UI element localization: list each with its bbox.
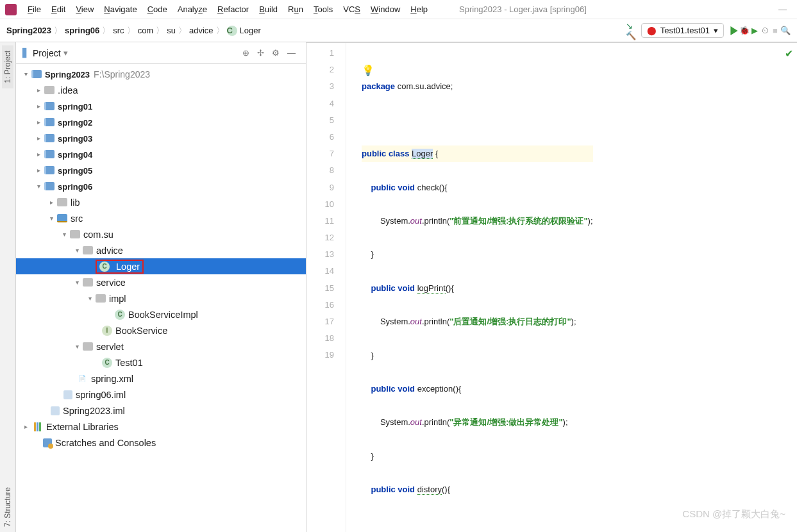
- xml-file-icon: 📄: [76, 373, 88, 385]
- folder-icon: [44, 86, 55, 94]
- tree-node[interactable]: ▸spring02: [16, 114, 306, 130]
- tree-node[interactable]: spring06.iml: [16, 387, 306, 403]
- tree-node-scratches[interactable]: Scratches and Consoles: [16, 435, 306, 451]
- window-minimize-button[interactable]: —: [773, 3, 792, 16]
- tree-node-root[interactable]: ▾Spring2023F:\Spring2023: [16, 66, 306, 82]
- run-config-label: Test01.test01: [660, 26, 710, 35]
- folder-icon: [57, 198, 67, 206]
- breadcrumb-item[interactable]: Spring2023: [6, 26, 51, 35]
- sidebar-tab-structure[interactable]: 7: Structure: [2, 482, 13, 532]
- profile-button[interactable]: ⏲: [760, 26, 770, 36]
- project-panel-title[interactable]: Project: [33, 48, 61, 58]
- intention-bulb-icon[interactable]: 💡: [362, 62, 374, 79]
- menu-tools[interactable]: Tools: [309, 3, 337, 16]
- module-icon: [44, 102, 55, 110]
- package-icon: [70, 230, 80, 238]
- package-icon: [96, 294, 106, 303]
- module-icon: [44, 150, 55, 158]
- source-code[interactable]: 💡 package com.su.advice; public class Lo…: [357, 43, 593, 532]
- menu-vcs[interactable]: VCS: [339, 3, 365, 16]
- tree-node[interactable]: ▸lib: [16, 194, 306, 210]
- debug-button[interactable]: 🐞: [739, 26, 750, 36]
- class-icon: C: [99, 262, 110, 272]
- menu-help[interactable]: Help: [406, 3, 432, 16]
- iml-file-icon: [63, 390, 72, 399]
- tree-node[interactable]: 📄spring.xml: [16, 370, 306, 387]
- build-button[interactable]: ↘🔨: [626, 26, 636, 36]
- tree-node[interactable]: ▾spring06: [16, 178, 306, 194]
- breadcrumb-item[interactable]: src: [113, 26, 124, 35]
- module-icon: [44, 134, 55, 142]
- tree-node[interactable]: ▸spring05: [16, 162, 306, 178]
- tree-node[interactable]: CTest01: [16, 354, 306, 370]
- tree-node[interactable]: ▸.idea: [16, 82, 306, 98]
- editor-area: CLoger.java× IBookService.java× Cspring0…: [306, 42, 797, 532]
- left-tool-stripe: 1: Project 7: Structure: [0, 42, 16, 532]
- module-icon: [31, 70, 42, 78]
- library-icon: [31, 421, 43, 433]
- tree-node[interactable]: ▸spring03: [16, 130, 306, 146]
- sidebar-tab-project[interactable]: 1: Project: [2, 46, 13, 88]
- tree-node[interactable]: ▾com.su: [16, 226, 306, 242]
- run-configuration-select[interactable]: ⬤ Test01.test01 ▾: [641, 23, 724, 38]
- project-tool-window: ▋ Project ▾ ⊕ ✢ ⚙ — ▾Spring2023F:\Spring…: [16, 42, 306, 532]
- breadcrumb-item[interactable]: spring06: [65, 26, 99, 35]
- run-button[interactable]: [729, 26, 739, 36]
- tree-node-selected[interactable]: CLoger: [16, 258, 306, 274]
- package-icon: [83, 342, 93, 351]
- menu-window[interactable]: Window: [366, 3, 405, 16]
- line-gutter[interactable]: 12345678910111213141516171819: [306, 43, 346, 532]
- fold-strip[interactable]: [346, 43, 357, 532]
- stop-button[interactable]: ■: [770, 26, 780, 36]
- menu-analyze[interactable]: Analyze: [173, 3, 212, 16]
- module-icon: [44, 166, 55, 174]
- tree-node-external-libs[interactable]: ▸External Libraries: [16, 419, 306, 435]
- breadcrumb-item[interactable]: advice: [189, 26, 214, 35]
- chevron-down-icon: ▾: [714, 26, 718, 35]
- tree-node[interactable]: ▾service: [16, 274, 306, 290]
- coverage-button[interactable]: ▶: [750, 26, 760, 36]
- code-editor[interactable]: ✔ 12345678910111213141516171819 💡 packag…: [306, 43, 797, 532]
- locate-button[interactable]: ⊕: [239, 48, 253, 58]
- menu-build[interactable]: Build: [255, 3, 282, 16]
- window-title: Spring2023 - Loger.java [spring06]: [459, 4, 587, 14]
- interface-icon: I: [102, 326, 112, 336]
- menu-run[interactable]: Run: [283, 3, 308, 16]
- tree-node[interactable]: ▸spring01: [16, 98, 306, 114]
- hide-button[interactable]: —: [283, 48, 299, 58]
- menu-file[interactable]: File: [23, 3, 46, 16]
- menu-code[interactable]: Code: [143, 3, 172, 16]
- settings-button[interactable]: ⚙: [268, 48, 283, 58]
- tree-node[interactable]: ▾impl: [16, 290, 306, 306]
- breadcrumb-item[interactable]: Loger: [240, 26, 261, 35]
- class-icon: C: [227, 26, 237, 36]
- tree-node[interactable]: ▾servlet: [16, 338, 306, 354]
- search-button[interactable]: 🔍: [780, 26, 791, 36]
- source-folder-icon: [57, 214, 67, 222]
- package-icon: [83, 246, 93, 254]
- menu-refactor[interactable]: Refactor: [213, 3, 253, 16]
- tree-node[interactable]: IBookService: [16, 322, 306, 338]
- tree-node[interactable]: Spring2023.iml: [16, 403, 306, 419]
- project-tree[interactable]: ▾Spring2023F:\Spring2023 ▸.idea ▸spring0…: [16, 64, 306, 532]
- scratch-icon: [43, 438, 52, 447]
- tree-node[interactable]: CBookServiceImpl: [16, 306, 306, 322]
- menu-view[interactable]: View: [71, 3, 98, 16]
- menu-navigate[interactable]: Navigate: [99, 3, 141, 16]
- tree-node[interactable]: ▸spring04: [16, 146, 306, 162]
- app-logo-icon: [5, 4, 17, 15]
- breadcrumb[interactable]: Spring2023〉 spring06〉 src〉 com〉 su〉 advi…: [6, 25, 261, 37]
- breadcrumb-item[interactable]: su: [167, 26, 176, 35]
- inspection-ok-icon: ✔: [785, 46, 793, 62]
- tree-node[interactable]: ▾advice: [16, 242, 306, 258]
- chevron-down-icon[interactable]: ▾: [63, 48, 68, 58]
- project-panel-header: ▋ Project ▾ ⊕ ✢ ⚙ —: [16, 42, 306, 64]
- menu-edit[interactable]: Edit: [47, 3, 70, 16]
- tree-node[interactable]: ▾src: [16, 210, 306, 226]
- expand-button[interactable]: ✢: [253, 48, 268, 58]
- breadcrumb-item[interactable]: com: [138, 26, 154, 35]
- navigation-toolbar: Spring2023〉 spring06〉 src〉 com〉 su〉 advi…: [0, 19, 797, 42]
- package-icon: [83, 278, 93, 287]
- module-icon: [44, 118, 55, 126]
- class-icon: C: [102, 358, 112, 368]
